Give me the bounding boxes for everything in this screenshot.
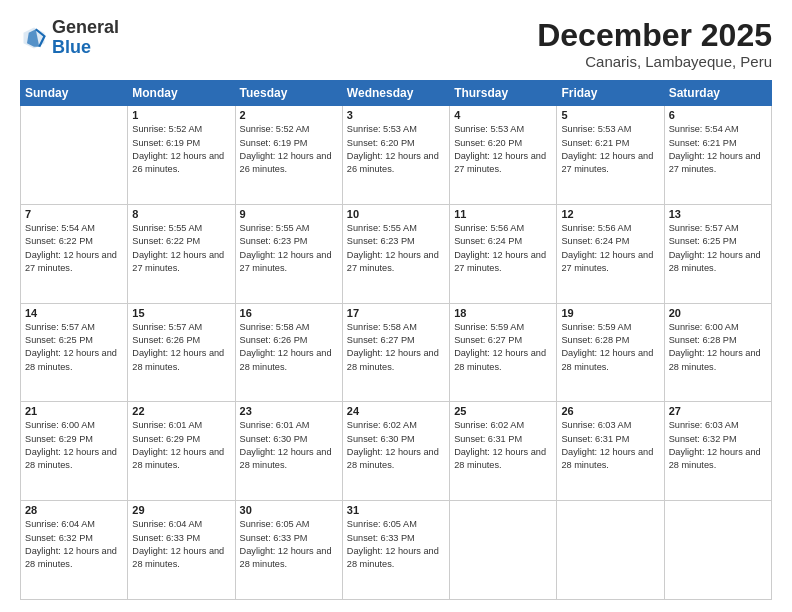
day-info: Sunrise: 5:55 AM Sunset: 6:23 PM Dayligh… — [240, 222, 338, 275]
logo-text: General Blue — [52, 18, 119, 58]
day-info: Sunrise: 6:05 AM Sunset: 6:33 PM Dayligh… — [240, 518, 338, 571]
day-info: Sunrise: 6:00 AM Sunset: 6:29 PM Dayligh… — [25, 419, 123, 472]
calendar-week-row: 28Sunrise: 6:04 AM Sunset: 6:32 PM Dayli… — [21, 501, 772, 600]
table-row: 30Sunrise: 6:05 AM Sunset: 6:33 PM Dayli… — [235, 501, 342, 600]
day-info: Sunrise: 5:59 AM Sunset: 6:28 PM Dayligh… — [561, 321, 659, 374]
table-row — [21, 106, 128, 205]
table-row: 5Sunrise: 5:53 AM Sunset: 6:21 PM Daylig… — [557, 106, 664, 205]
day-info: Sunrise: 5:59 AM Sunset: 6:27 PM Dayligh… — [454, 321, 552, 374]
table-row: 24Sunrise: 6:02 AM Sunset: 6:30 PM Dayli… — [342, 402, 449, 501]
table-row: 12Sunrise: 5:56 AM Sunset: 6:24 PM Dayli… — [557, 204, 664, 303]
table-row: 28Sunrise: 6:04 AM Sunset: 6:32 PM Dayli… — [21, 501, 128, 600]
day-number: 18 — [454, 307, 552, 319]
day-number: 25 — [454, 405, 552, 417]
day-info: Sunrise: 5:55 AM Sunset: 6:22 PM Dayligh… — [132, 222, 230, 275]
col-sunday: Sunday — [21, 81, 128, 106]
day-info: Sunrise: 5:53 AM Sunset: 6:21 PM Dayligh… — [561, 123, 659, 176]
day-number: 24 — [347, 405, 445, 417]
table-row: 8Sunrise: 5:55 AM Sunset: 6:22 PM Daylig… — [128, 204, 235, 303]
col-friday: Friday — [557, 81, 664, 106]
day-number: 13 — [669, 208, 767, 220]
day-info: Sunrise: 6:02 AM Sunset: 6:31 PM Dayligh… — [454, 419, 552, 472]
day-number: 6 — [669, 109, 767, 121]
day-info: Sunrise: 5:52 AM Sunset: 6:19 PM Dayligh… — [132, 123, 230, 176]
col-wednesday: Wednesday — [342, 81, 449, 106]
table-row: 31Sunrise: 6:05 AM Sunset: 6:33 PM Dayli… — [342, 501, 449, 600]
table-row: 6Sunrise: 5:54 AM Sunset: 6:21 PM Daylig… — [664, 106, 771, 205]
day-number: 7 — [25, 208, 123, 220]
table-row: 29Sunrise: 6:04 AM Sunset: 6:33 PM Dayli… — [128, 501, 235, 600]
day-number: 5 — [561, 109, 659, 121]
day-number: 31 — [347, 504, 445, 516]
header: General Blue December 2025 Canaris, Lamb… — [20, 18, 772, 70]
day-info: Sunrise: 5:54 AM Sunset: 6:22 PM Dayligh… — [25, 222, 123, 275]
calendar-week-row: 21Sunrise: 6:00 AM Sunset: 6:29 PM Dayli… — [21, 402, 772, 501]
table-row: 1Sunrise: 5:52 AM Sunset: 6:19 PM Daylig… — [128, 106, 235, 205]
day-info: Sunrise: 6:04 AM Sunset: 6:32 PM Dayligh… — [25, 518, 123, 571]
table-row: 10Sunrise: 5:55 AM Sunset: 6:23 PM Dayli… — [342, 204, 449, 303]
table-row: 19Sunrise: 5:59 AM Sunset: 6:28 PM Dayli… — [557, 303, 664, 402]
table-row: 20Sunrise: 6:00 AM Sunset: 6:28 PM Dayli… — [664, 303, 771, 402]
logo-blue-text: Blue — [52, 37, 91, 57]
table-row — [557, 501, 664, 600]
day-number: 21 — [25, 405, 123, 417]
day-number: 30 — [240, 504, 338, 516]
calendar-week-row: 1Sunrise: 5:52 AM Sunset: 6:19 PM Daylig… — [21, 106, 772, 205]
day-info: Sunrise: 6:03 AM Sunset: 6:31 PM Dayligh… — [561, 419, 659, 472]
table-row: 13Sunrise: 5:57 AM Sunset: 6:25 PM Dayli… — [664, 204, 771, 303]
day-info: Sunrise: 5:56 AM Sunset: 6:24 PM Dayligh… — [454, 222, 552, 275]
day-info: Sunrise: 6:04 AM Sunset: 6:33 PM Dayligh… — [132, 518, 230, 571]
day-number: 15 — [132, 307, 230, 319]
day-number: 27 — [669, 405, 767, 417]
calendar: Sunday Monday Tuesday Wednesday Thursday… — [20, 80, 772, 600]
title-block: December 2025 Canaris, Lambayeque, Peru — [537, 18, 772, 70]
table-row: 15Sunrise: 5:57 AM Sunset: 6:26 PM Dayli… — [128, 303, 235, 402]
day-number: 20 — [669, 307, 767, 319]
calendar-header-row: Sunday Monday Tuesday Wednesday Thursday… — [21, 81, 772, 106]
day-number: 9 — [240, 208, 338, 220]
day-number: 16 — [240, 307, 338, 319]
table-row — [450, 501, 557, 600]
day-number: 14 — [25, 307, 123, 319]
day-info: Sunrise: 5:58 AM Sunset: 6:26 PM Dayligh… — [240, 321, 338, 374]
day-number: 12 — [561, 208, 659, 220]
day-number: 1 — [132, 109, 230, 121]
col-thursday: Thursday — [450, 81, 557, 106]
table-row: 27Sunrise: 6:03 AM Sunset: 6:32 PM Dayli… — [664, 402, 771, 501]
day-info: Sunrise: 5:56 AM Sunset: 6:24 PM Dayligh… — [561, 222, 659, 275]
day-number: 11 — [454, 208, 552, 220]
day-info: Sunrise: 5:54 AM Sunset: 6:21 PM Dayligh… — [669, 123, 767, 176]
day-number: 8 — [132, 208, 230, 220]
day-info: Sunrise: 5:53 AM Sunset: 6:20 PM Dayligh… — [454, 123, 552, 176]
day-info: Sunrise: 5:53 AM Sunset: 6:20 PM Dayligh… — [347, 123, 445, 176]
day-info: Sunrise: 6:01 AM Sunset: 6:30 PM Dayligh… — [240, 419, 338, 472]
day-number: 22 — [132, 405, 230, 417]
logo: General Blue — [20, 18, 119, 58]
table-row: 2Sunrise: 5:52 AM Sunset: 6:19 PM Daylig… — [235, 106, 342, 205]
table-row: 3Sunrise: 5:53 AM Sunset: 6:20 PM Daylig… — [342, 106, 449, 205]
table-row: 26Sunrise: 6:03 AM Sunset: 6:31 PM Dayli… — [557, 402, 664, 501]
table-row — [664, 501, 771, 600]
col-saturday: Saturday — [664, 81, 771, 106]
calendar-week-row: 7Sunrise: 5:54 AM Sunset: 6:22 PM Daylig… — [21, 204, 772, 303]
table-row: 18Sunrise: 5:59 AM Sunset: 6:27 PM Dayli… — [450, 303, 557, 402]
page: General Blue December 2025 Canaris, Lamb… — [0, 0, 792, 612]
day-number: 26 — [561, 405, 659, 417]
calendar-week-row: 14Sunrise: 5:57 AM Sunset: 6:25 PM Dayli… — [21, 303, 772, 402]
day-number: 23 — [240, 405, 338, 417]
day-number: 2 — [240, 109, 338, 121]
day-info: Sunrise: 6:03 AM Sunset: 6:32 PM Dayligh… — [669, 419, 767, 472]
table-row: 16Sunrise: 5:58 AM Sunset: 6:26 PM Dayli… — [235, 303, 342, 402]
day-info: Sunrise: 6:01 AM Sunset: 6:29 PM Dayligh… — [132, 419, 230, 472]
table-row: 9Sunrise: 5:55 AM Sunset: 6:23 PM Daylig… — [235, 204, 342, 303]
table-row: 14Sunrise: 5:57 AM Sunset: 6:25 PM Dayli… — [21, 303, 128, 402]
table-row: 21Sunrise: 6:00 AM Sunset: 6:29 PM Dayli… — [21, 402, 128, 501]
table-row: 17Sunrise: 5:58 AM Sunset: 6:27 PM Dayli… — [342, 303, 449, 402]
day-info: Sunrise: 6:00 AM Sunset: 6:28 PM Dayligh… — [669, 321, 767, 374]
day-info: Sunrise: 5:58 AM Sunset: 6:27 PM Dayligh… — [347, 321, 445, 374]
table-row: 7Sunrise: 5:54 AM Sunset: 6:22 PM Daylig… — [21, 204, 128, 303]
day-number: 19 — [561, 307, 659, 319]
day-info: Sunrise: 5:57 AM Sunset: 6:25 PM Dayligh… — [669, 222, 767, 275]
table-row: 25Sunrise: 6:02 AM Sunset: 6:31 PM Dayli… — [450, 402, 557, 501]
day-info: Sunrise: 5:52 AM Sunset: 6:19 PM Dayligh… — [240, 123, 338, 176]
